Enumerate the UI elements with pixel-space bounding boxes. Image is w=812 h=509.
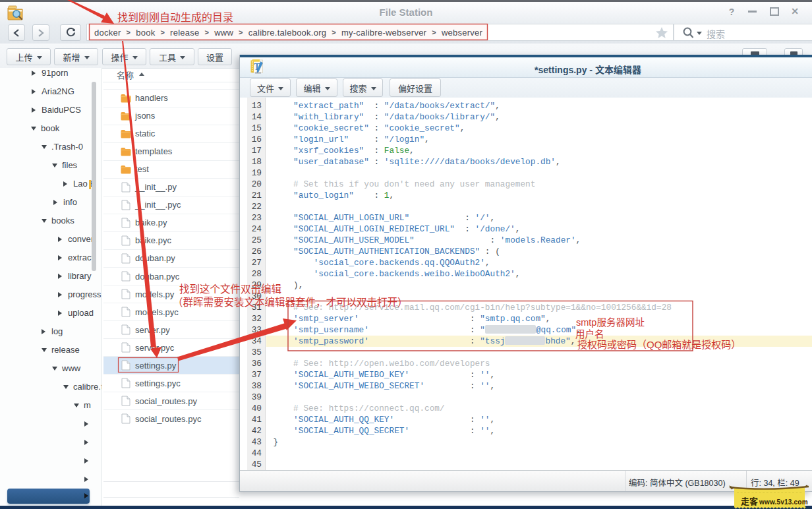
svg-text:走客: 走客 <box>741 496 758 506</box>
svg-text:www.5v13.com: www.5v13.com <box>759 498 808 506</box>
